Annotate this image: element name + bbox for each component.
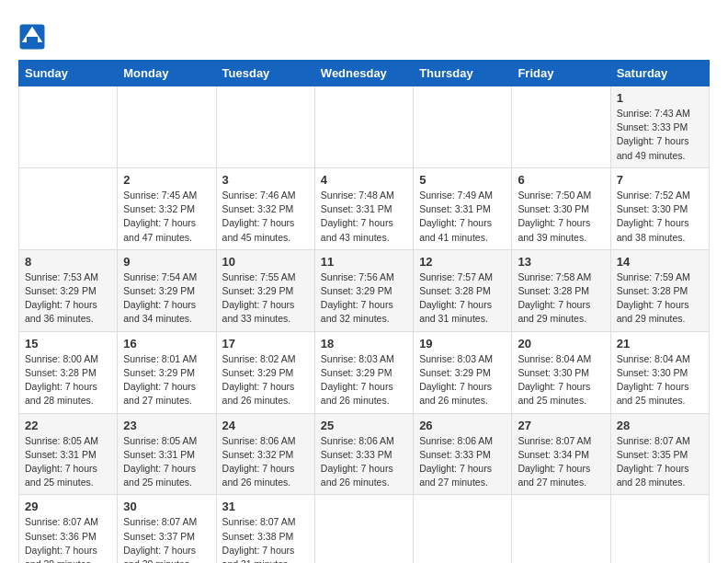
calendar-day-21: 21Sunrise: 8:04 AMSunset: 3:30 PMDayligh… (610, 331, 709, 413)
calendar-day-9: 9Sunrise: 7:54 AMSunset: 3:29 PMDaylight… (118, 249, 216, 331)
empty-cell (610, 495, 709, 563)
calendar-day-12: 12Sunrise: 7:57 AMSunset: 3:28 PMDayligh… (414, 249, 512, 331)
calendar-row: 2Sunrise: 7:45 AMSunset: 3:32 PMDaylight… (19, 167, 710, 249)
calendar-day-20: 20Sunrise: 8:04 AMSunset: 3:30 PMDayligh… (512, 331, 610, 413)
calendar-day-4: 4Sunrise: 7:48 AMSunset: 3:31 PMDaylight… (314, 167, 413, 249)
calendar-day-1: 1Sunrise: 7:43 AMSunset: 3:33 PMDaylight… (610, 86, 709, 168)
svg-rect-2 (27, 37, 38, 45)
empty-cell (414, 86, 512, 168)
calendar-day-31: 31Sunrise: 8:07 AMSunset: 3:38 PMDayligh… (216, 495, 314, 563)
calendar-day-29: 29Sunrise: 8:07 AMSunset: 3:36 PMDayligh… (19, 495, 118, 563)
calendar-day-27: 27Sunrise: 8:07 AMSunset: 3:34 PMDayligh… (512, 413, 610, 495)
calendar-body: 1Sunrise: 7:43 AMSunset: 3:33 PMDaylight… (19, 86, 710, 564)
calendar-day-24: 24Sunrise: 8:06 AMSunset: 3:32 PMDayligh… (216, 413, 314, 495)
calendar-day-26: 26Sunrise: 8:06 AMSunset: 3:33 PMDayligh… (414, 413, 512, 495)
calendar-table: SundayMondayTuesdayWednesdayThursdayFrid… (18, 60, 710, 563)
empty-cell (314, 86, 413, 168)
header-day-wednesday: Wednesday (314, 61, 413, 86)
calendar-day-3: 3Sunrise: 7:46 AMSunset: 3:32 PMDaylight… (216, 167, 314, 249)
calendar-day-17: 17Sunrise: 8:02 AMSunset: 3:29 PMDayligh… (216, 331, 314, 413)
calendar-day-10: 10Sunrise: 7:55 AMSunset: 3:29 PMDayligh… (216, 249, 314, 331)
calendar-day-2: 2Sunrise: 7:45 AMSunset: 3:32 PMDaylight… (118, 167, 216, 249)
calendar-day-25: 25Sunrise: 8:06 AMSunset: 3:33 PMDayligh… (314, 413, 413, 495)
calendar-day-13: 13Sunrise: 7:58 AMSunset: 3:28 PMDayligh… (512, 249, 610, 331)
header (18, 18, 710, 51)
calendar-day-7: 7Sunrise: 7:52 AMSunset: 3:30 PMDaylight… (610, 167, 709, 249)
calendar-day-22: 22Sunrise: 8:05 AMSunset: 3:31 PMDayligh… (19, 413, 118, 495)
header-day-friday: Friday (512, 61, 610, 86)
calendar-day-19: 19Sunrise: 8:03 AMSunset: 3:29 PMDayligh… (414, 331, 512, 413)
calendar-day-6: 6Sunrise: 7:50 AMSunset: 3:30 PMDaylight… (512, 167, 610, 249)
header-row: SundayMondayTuesdayWednesdayThursdayFrid… (19, 61, 710, 86)
header-day-monday: Monday (118, 61, 216, 86)
calendar-day-8: 8Sunrise: 7:53 AMSunset: 3:29 PMDaylight… (19, 249, 118, 331)
empty-cell (314, 495, 413, 563)
empty-cell (118, 86, 216, 168)
calendar-day-16: 16Sunrise: 8:01 AMSunset: 3:29 PMDayligh… (118, 331, 216, 413)
header-day-tuesday: Tuesday (216, 61, 314, 86)
calendar-row: 15Sunrise: 8:00 AMSunset: 3:28 PMDayligh… (19, 331, 710, 413)
calendar-day-5: 5Sunrise: 7:49 AMSunset: 3:31 PMDaylight… (414, 167, 512, 249)
calendar-day-23: 23Sunrise: 8:05 AMSunset: 3:31 PMDayligh… (118, 413, 216, 495)
calendar-header: SundayMondayTuesdayWednesdayThursdayFrid… (19, 61, 710, 86)
logo-icon (18, 23, 46, 51)
header-day-sunday: Sunday (19, 61, 118, 86)
header-day-thursday: Thursday (414, 61, 512, 86)
empty-cell (19, 86, 118, 168)
calendar-row: 22Sunrise: 8:05 AMSunset: 3:31 PMDayligh… (19, 413, 710, 495)
empty-cell (512, 495, 610, 563)
calendar-day-14: 14Sunrise: 7:59 AMSunset: 3:28 PMDayligh… (610, 249, 709, 331)
calendar-day-30: 30Sunrise: 8:07 AMSunset: 3:37 PMDayligh… (118, 495, 216, 563)
calendar-row: 29Sunrise: 8:07 AMSunset: 3:36 PMDayligh… (19, 495, 710, 563)
calendar-day-11: 11Sunrise: 7:56 AMSunset: 3:29 PMDayligh… (314, 249, 413, 331)
empty-sunday (19, 167, 118, 249)
calendar-day-15: 15Sunrise: 8:00 AMSunset: 3:28 PMDayligh… (19, 331, 118, 413)
calendar-day-28: 28Sunrise: 8:07 AMSunset: 3:35 PMDayligh… (610, 413, 709, 495)
empty-cell (216, 86, 314, 168)
calendar-row: 1Sunrise: 7:43 AMSunset: 3:33 PMDaylight… (19, 86, 710, 168)
empty-cell (414, 495, 512, 563)
header-day-saturday: Saturday (610, 61, 709, 86)
calendar-day-18: 18Sunrise: 8:03 AMSunset: 3:29 PMDayligh… (314, 331, 413, 413)
logo (18, 23, 48, 51)
empty-cell (512, 86, 610, 168)
calendar-row: 8Sunrise: 7:53 AMSunset: 3:29 PMDaylight… (19, 249, 710, 331)
